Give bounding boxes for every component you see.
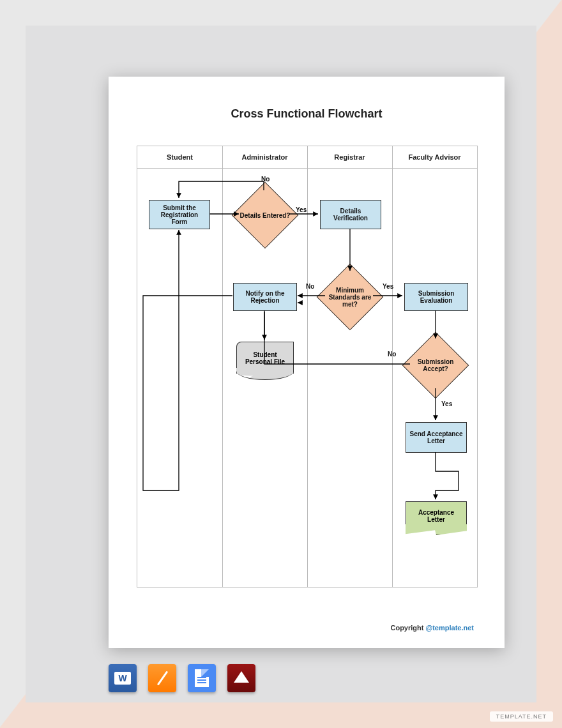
edge-yes-2: Yes <box>383 283 393 290</box>
watermark: TEMPLATE.NET <box>490 711 553 722</box>
google-docs-icon[interactable] <box>188 664 216 692</box>
node-notify-rejection: Notify on the Rejection <box>233 283 297 311</box>
copyright-text: Copyright <box>390 624 425 632</box>
edge-yes-3: Yes <box>441 400 452 407</box>
edge-yes-1: Yes <box>296 206 307 213</box>
copyright: Copyright @template.net <box>390 624 474 632</box>
lane-header-student: Student <box>137 146 222 168</box>
word-icon[interactable]: W <box>109 664 137 692</box>
edge-no-3: No <box>388 351 396 358</box>
document-page: Cross Functional Flowchart Student Admin… <box>109 77 505 648</box>
node-details-entered-label: Details Entered? <box>238 212 292 219</box>
node-submission-evaluation: Submission Evaluation <box>404 283 468 311</box>
node-details-verification: Details Verification <box>320 200 381 229</box>
document-icon <box>195 669 209 687</box>
pdf-icon[interactable] <box>227 664 255 692</box>
node-student-file: Student Personal File <box>236 342 294 374</box>
node-submit-registration: Submit the Registration Form <box>149 200 210 229</box>
outer-frame: Cross Functional Flowchart Student Admin… <box>26 26 536 702</box>
swimlane-grid: Student Administrator Registrar Faculty … <box>137 146 478 588</box>
lane-header-row: Student Administrator Registrar Faculty … <box>137 146 477 169</box>
edge-no-2: No <box>306 283 314 290</box>
stage: Cross Functional Flowchart Student Admin… <box>0 0 562 728</box>
node-submission-accept-label: Submission Accept? <box>408 358 463 372</box>
pages-icon[interactable] <box>148 664 176 692</box>
node-send-acceptance-letter: Send Acceptance Letter <box>406 422 467 453</box>
node-minimum-standards-label: Minimum Standards are met? <box>323 287 377 308</box>
word-icon-label: W <box>114 672 130 685</box>
lane-header-administrator: Administrator <box>222 146 307 168</box>
lane-header-faculty-advisor: Faculty Advisor <box>392 146 477 168</box>
format-icons-row: W <box>109 664 255 692</box>
pen-icon <box>156 671 167 685</box>
copyright-link[interactable]: @template.net <box>425 624 474 632</box>
lane-header-registrar: Registrar <box>307 146 392 168</box>
node-acceptance-letter: Acceptance Letter <box>406 501 467 529</box>
page-title: Cross Functional Flowchart <box>109 107 505 121</box>
edge-no-1: No <box>261 176 270 183</box>
adobe-triangle-icon <box>234 671 249 683</box>
